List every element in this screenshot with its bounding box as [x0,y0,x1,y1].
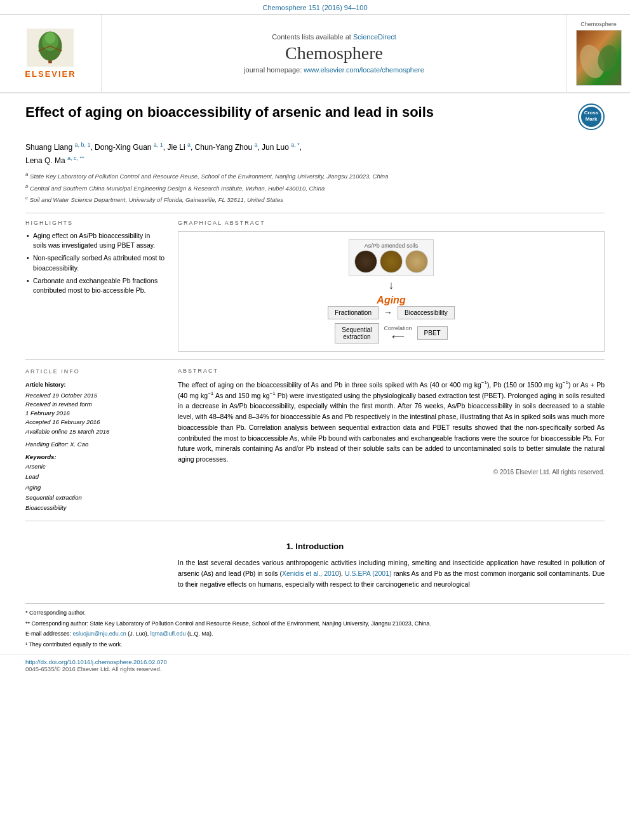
ga-amended-label: As/Pb amended soils [365,243,419,249]
abstract-col: ABSTRACT The effect of aging on the bioa… [178,368,605,513]
footnote-1: ¹ They contributed equally to the work. [25,641,605,650]
email1-person: (J. Luo), [128,630,149,637]
article-history-label: Article history: [25,381,165,390]
citation-bar: Chemosphere 151 (2016) 94–100 [0,0,630,15]
highlight-item-1: Aging effect on As/Pb bioaccessibility i… [25,231,165,251]
elsevier-name: ELSEVIER [25,69,76,79]
homepage-line: journal homepage: www.elsevier.com/locat… [244,66,424,74]
author-junluo: Jun Luo [262,143,291,152]
doi-bar: http://dx.doi.org/10.1016/j.chemosphere.… [0,654,630,676]
footnote-corresponding2: ** Corresponding author: State Key Labor… [25,620,605,629]
graphical-abstract-col: GRAPHICAL ABSTRACT As/Pb amended soils ↓ [178,220,605,352]
revised-text: Received in revised form1 February 2016 [25,400,165,418]
elsevier-logo: ELSEVIER [25,29,76,79]
keywords-list: Arsenic Lead Aging Sequential extraction… [25,462,165,513]
keyword-bioaccessibility: Bioaccessibility [25,503,165,513]
ga-bottom-row: Sequential extraction Correlation ⟵ PBET [335,323,447,343]
author-jieli: Jie Li [168,143,187,152]
keyword-arsenic: Arsenic [25,462,165,472]
article-info-label: ARTICLE INFO [25,368,165,377]
intro-section-title: 1. Introduction [25,542,605,551]
keyword-sequential: Sequential extraction [25,493,165,503]
highlights-graphical-section: HIGHLIGHTS Aging effect on As/Pb bioacce… [25,220,605,360]
abstract-label: ABSTRACT [178,368,605,374]
ga-bioaccessibility-box: Bioaccessibility [398,306,455,319]
email1-link[interactable]: esluojun@nju.edu.cn [73,630,126,637]
journal-cover: Chemosphere [566,15,630,92]
homepage-link[interactable]: www.elsevier.com/locate/chemosphere [304,66,424,74]
ga-fractionation-box: Fractionation [328,306,379,319]
citation-text: Chemosphere 151 (2016) 94–100 [262,4,367,11]
ga-double-arrow-icon: ⟵ [392,331,405,342]
email-label: E-mail addresses: [25,630,71,637]
intro-left-col [25,557,165,593]
email2-link[interactable]: lqma@ufl.edu [151,630,186,637]
soil-light-img [405,250,428,273]
elsevier-tree-icon [25,29,76,67]
received-date: Received 19 October 2015 Received in rev… [25,391,165,436]
ga-sequential-box: Sequential extraction [335,323,379,343]
ga-arrow-right-icon: → [384,307,392,317]
footnote-emails: E-mail addresses: esluojun@nju.edu.cn (J… [25,630,605,639]
article-title: Effect of aging on bioaccessibility of a… [25,103,565,122]
email2-person: (L.Q. Ma). [187,630,213,637]
affil-c: c Soil and Water Science Department, Uni… [25,194,605,204]
author-dongxing-sup: a, 1 [154,142,163,148]
journal-cover-image [576,30,622,86]
ga-middle-boxes: Fractionation → Bioaccessibility [328,306,455,319]
usepa-ref[interactable]: U.S.EPA (2001) [345,570,391,577]
authors-section: Shuang Liang a, b, 1, Dong-Xing Guan a, … [25,140,605,167]
journal-info-center: Contents lists available at ScienceDirec… [102,15,566,92]
keyword-lead: Lead [25,472,165,482]
copyright-text: © 2016 Elsevier Ltd. All rights reserved… [178,469,605,476]
ga-arrow-down-icon: ↓ [389,279,394,292]
abstract-text: The effect of aging on the bioaccessibil… [178,379,605,465]
introduction-section: 1. Introduction In the last several deca… [0,542,630,593]
main-content: Effect of aging on bioaccessibility of a… [0,93,630,542]
affiliations-section: a State Key Laboratory of Pollution Cont… [25,171,605,213]
ga-correlation-label: Correlation [384,325,412,331]
author-junluo-sup: a, * [291,142,300,148]
intro-two-col: In the last several decades various anth… [25,557,605,593]
doi-link[interactable]: http://dx.doi.org/10.1016/j.chemosphere.… [25,658,167,665]
graphical-abstract-label: GRAPHICAL ABSTRACT [178,220,605,226]
keyword-aging: Aging [25,483,165,493]
ga-sequential-label: Sequential [342,326,372,333]
page: Chemosphere 151 (2016) 94–100 ELS [0,0,630,676]
highlight-item-3: Carbonate and exchangeable Pb fractions … [25,276,165,297]
author-shuang: Shuang Liang [25,143,74,152]
ga-amended-box: As/Pb amended soils [349,239,434,276]
xenidis-ref[interactable]: Xenidis et al., 2010 [282,570,339,577]
highlights-list: Aging effect on As/Pb bioaccessibility i… [25,231,165,297]
author-shuang-sup: a, b, 1 [74,142,90,148]
ga-aging-label: Aging [377,295,405,306]
soil-medium-img [380,250,403,273]
ga-pbet-box: PBET [417,326,448,340]
highlight-item-2: Non-specifically sorbed As attributed mo… [25,253,165,274]
highlights-label: HIGHLIGHTS [25,220,165,226]
keywords-label: Keywords: [25,453,165,462]
author-chunyang-sup: a [254,142,257,148]
svg-text:Mark: Mark [586,116,598,122]
author-jieli-sup: a [187,142,191,148]
footnote-corresponding1: * Corresponding author. [25,609,605,618]
ga-soil-images [354,250,428,273]
sciencedirect-line: Contents lists available at ScienceDirec… [272,33,396,41]
article-title-section: Effect of aging on bioaccessibility of a… [25,103,605,135]
author-lenama-sup: a, c, ** [67,155,84,161]
affil-a: a State Key Laboratory of Pollution Cont… [25,171,605,181]
author-lenama: Lena Q. Ma [25,156,67,165]
handling-editor: Handling Editor: X. Cao [25,440,165,449]
journal-header: ELSEVIER Contents lists available at Sci… [0,15,630,93]
journal-title: Chemosphere [285,43,383,63]
footnotes-section: * Corresponding author. ** Corresponding… [25,603,605,649]
svg-text:Cross: Cross [584,110,599,116]
intro-right-col: In the last several decades various anth… [178,557,605,593]
cover-label: Chemosphere [580,21,617,27]
highlights-col: HIGHLIGHTS Aging effect on As/Pb bioacce… [25,220,165,352]
graphical-abstract-box: As/Pb amended soils ↓ Aging Fractionatio… [178,231,605,352]
sciencedirect-link[interactable]: ScienceDirect [353,33,396,41]
crossmark-badge[interactable]: Cross Mark [578,103,605,130]
ga-extraction-label: extraction [342,333,372,340]
affil-b: b Central and Southern China Municipal E… [25,183,605,193]
